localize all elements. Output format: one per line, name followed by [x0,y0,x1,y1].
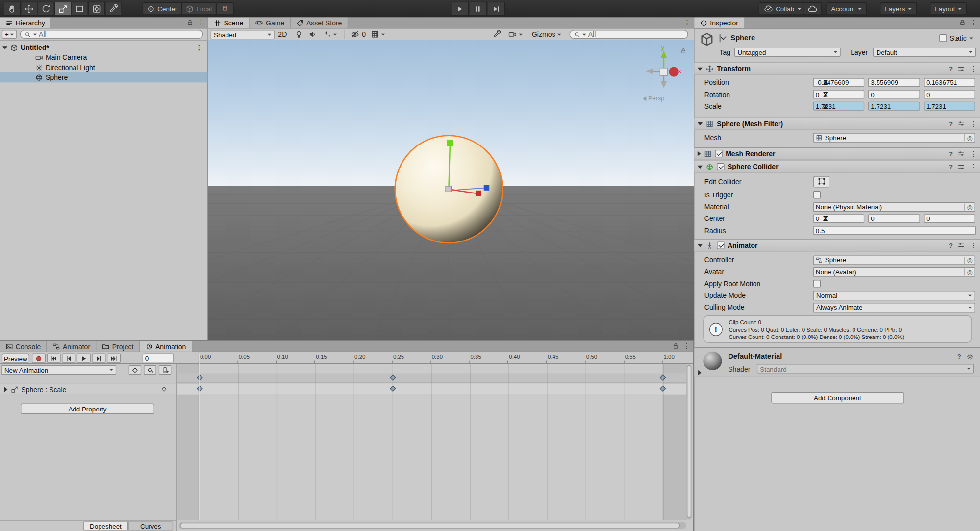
step-button[interactable] [487,2,505,16]
center-x-input[interactable] [813,214,865,223]
gizmo-x-label[interactable]: x [678,68,681,74]
pivot-toggle-button[interactable]: Center [143,2,182,15]
grid-visibility-icon[interactable] [371,30,379,39]
presets-icon[interactable] [957,65,965,72]
clip-selector-dropdown[interactable]: New Animation [1,365,117,375]
next-key-button[interactable] [92,354,105,363]
grid-snap-button[interactable] [216,2,234,15]
static-checkbox[interactable] [939,34,947,42]
foldout-icon[interactable] [4,387,7,392]
presets-icon[interactable] [957,163,965,170]
layout-dropdown[interactable]: Layout [930,2,967,15]
scene-visibility-icon[interactable] [351,30,359,39]
tab-console[interactable]: Console [0,341,47,352]
lighting-toggle-icon[interactable] [294,30,303,39]
rotation-z-input[interactable] [924,90,975,99]
previous-key-button[interactable] [62,354,75,363]
animator-header[interactable]: Animator ? ⋮ [694,239,980,251]
position-z-input[interactable] [924,78,975,87]
scale-z-input[interactable] [924,102,975,111]
scale-x-input[interactable] [813,102,865,111]
property-keys-row[interactable] [177,384,687,395]
physic-material-field[interactable]: None (Physic Material) ◎ [813,202,975,211]
scene-viewport[interactable]: y x Persp [208,40,694,340]
object-picker-icon[interactable]: ◎ [965,134,973,141]
object-picker-icon[interactable]: ◎ [965,256,973,263]
mesh-object-field[interactable]: Sphere ◎ [813,133,975,142]
curves-tab-button[interactable]: Curves [128,522,173,531]
foldout-icon[interactable] [2,46,7,49]
scale-gizmo[interactable] [208,40,694,340]
panel-menu-icon[interactable]: ⋮ [683,342,690,349]
collab-dropdown[interactable]: Collab [759,2,806,15]
component-enabled-checkbox[interactable] [717,163,724,170]
preview-toggle-button[interactable]: Preview [2,354,29,363]
add-keyframe-all-button[interactable] [144,365,156,375]
scene-camera-icon[interactable] [508,30,517,39]
tab-hierarchy[interactable]: Hierarchy [0,18,51,28]
gizmo-y-label[interactable]: y [661,44,664,50]
tab-animation[interactable]: Animation [140,341,192,352]
add-component-button[interactable]: Add Component [771,392,904,404]
object-picker-icon[interactable]: ◎ [965,203,973,210]
component-enabled-checkbox[interactable] [717,241,724,249]
help-icon[interactable]: ? [949,150,953,157]
help-icon[interactable]: ? [949,65,953,72]
tab-inspector[interactable]: Inspector [694,18,744,28]
foldout-icon[interactable] [698,151,701,156]
component-menu-icon[interactable]: ⋮ [970,120,977,127]
rect-tool-button[interactable] [71,2,88,16]
avatar-field[interactable]: None (Avatar) ◎ [813,267,975,276]
component-enabled-checkbox[interactable] [715,150,722,157]
playhead[interactable] [199,353,199,520]
material-preview-thumbnail[interactable] [703,352,722,370]
mesh-filter-header[interactable]: Sphere (Mesh Filter) ? ⋮ [694,118,980,130]
foldout-icon[interactable] [698,165,703,168]
is-trigger-checkbox[interactable] [813,191,821,198]
component-menu-icon[interactable]: ⋮ [970,150,977,157]
sphere-collider-header[interactable]: Sphere Collider ? ⋮ [694,161,980,173]
custom-tool-button[interactable] [105,2,122,16]
chevron-down-icon[interactable] [333,34,337,36]
tab-scene[interactable]: Scene [208,18,250,28]
orientation-toggle-button[interactable]: Local [181,2,217,15]
account-dropdown[interactable]: Account [826,2,867,15]
hierarchy-item-sphere[interactable]: Sphere [0,72,207,82]
move-tool-button[interactable] [21,2,37,16]
rotation-x-input[interactable] [813,90,865,99]
timeline-ruler[interactable]: 0:000:050:100:150:200:250:300:350:400:45… [177,352,688,363]
chevron-down-icon[interactable] [969,37,973,39]
tab-asset-store[interactable]: Asset Store [291,18,348,28]
pause-button[interactable] [469,2,487,16]
goto-end-button[interactable] [107,354,121,363]
audio-toggle-icon[interactable] [308,30,317,39]
chevron-down-icon[interactable] [519,34,523,36]
hierarchy-item-directional-light[interactable]: Directional Light [0,62,207,72]
tab-animator[interactable]: Animator [47,341,97,352]
scene-search-input[interactable]: All [569,30,688,39]
vertical-scrollbar[interactable] [686,365,692,520]
layer-dropdown[interactable]: Default [873,48,976,57]
hand-tool-button[interactable] [4,2,21,16]
draw-mode-dropdown[interactable]: Shaded [211,30,275,39]
panel-menu-icon[interactable]: ⋮ [970,19,977,26]
hierarchy-item-main-camera[interactable]: Main Camera [0,52,207,62]
tab-game[interactable]: Game [250,18,291,28]
add-property-button[interactable]: Add Property [21,404,154,414]
center-y-input[interactable] [868,214,920,223]
dopesheet-area[interactable] [177,364,687,520]
component-tools-icon[interactable] [493,30,502,38]
property-key-icon[interactable] [161,386,168,393]
presets-icon[interactable] [957,150,965,157]
object-picker-icon[interactable]: ◎ [965,268,973,275]
add-keyframe-button[interactable] [129,365,141,375]
component-menu-icon[interactable]: ⋮ [970,242,977,249]
chevron-down-icon[interactable] [381,34,385,36]
transform-header[interactable]: Transform ? ⋮ [694,62,980,74]
presets-icon[interactable] [957,120,965,127]
apply-root-motion-checkbox[interactable] [813,280,821,287]
presets-icon[interactable] [957,241,965,249]
play-button[interactable] [451,2,469,16]
projection-toggle[interactable]: Persp [643,95,665,102]
gameobject-name[interactable]: Sphere [730,34,755,41]
